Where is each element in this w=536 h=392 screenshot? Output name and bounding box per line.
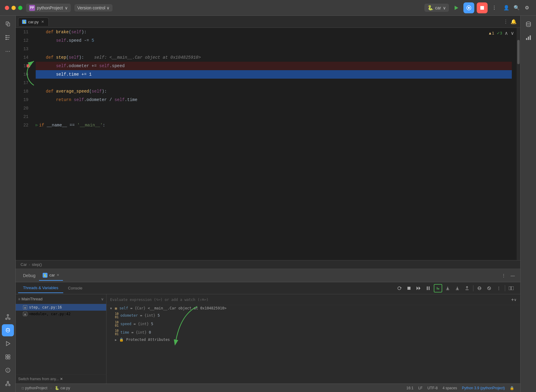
profiles-button[interactable]: 👤 [502, 4, 511, 12]
variable-row-odometer[interactable]: 1001 odometer = {int} 5 [106, 311, 520, 320]
main-layout: ··· [0, 16, 536, 392]
sidebar-structure-button[interactable] [2, 31, 14, 44]
tab-close-button[interactable]: ✕ [41, 20, 45, 24]
status-python-interpreter[interactable]: Python 3.9 (pythonProject) [459, 386, 507, 390]
status-py-icon: 🐍 [55, 386, 59, 390]
debug-tab-bar: Debug 🐍 car ✕ ⋮ — [16, 269, 520, 282]
svg-point-2 [468, 7, 470, 9]
debug-panel-minimize-button[interactable]: — [509, 272, 517, 279]
debug-stop-button[interactable] [405, 284, 413, 292]
sidebar-more-button[interactable]: ··· [2, 45, 14, 57]
code-line-21 [36, 113, 512, 121]
debug-upload-button[interactable] [463, 284, 471, 292]
debug-panel-controls: ⋮ — [500, 272, 517, 279]
evaluate-expression-placeholder: Evaluate expression (⌥↩) or add a watch … [110, 298, 511, 302]
debug-pause-button[interactable] [424, 284, 433, 292]
svg-marker-0 [455, 6, 458, 10]
file-tab-car-py[interactable]: 🐍 car.py ✕ [18, 18, 49, 26]
sidebar-run-button[interactable] [2, 338, 14, 350]
debug-download2-button[interactable] [453, 284, 462, 292]
debug-button[interactable] [463, 2, 474, 13]
sidebar-git-button[interactable] [2, 311, 14, 323]
maximize-window-button[interactable] [18, 6, 22, 10]
sidebar-problems-button[interactable] [2, 364, 14, 376]
breakpoint-indicator[interactable] [27, 64, 30, 68]
python-file-icon: 🐍 [22, 20, 26, 24]
protected-attributes-row[interactable]: ▶ 🔒 Protected Attributes [106, 337, 520, 343]
version-control-selector[interactable]: Version control ∨ [74, 4, 113, 11]
debug-layout-button[interactable] [507, 284, 515, 292]
status-encoding[interactable]: UTF-8 [425, 386, 440, 390]
more-menu-button[interactable]: ⋮ [490, 4, 498, 12]
sidebar-packages-button[interactable] [2, 351, 14, 363]
svg-rect-39 [427, 286, 428, 290]
variable-row-self[interactable]: ▼ ▤ self = {Car} <__main__.Car object at… [106, 305, 520, 311]
frame-item-module[interactable]: ▣ <module>, car.py:42 [16, 311, 106, 317]
code-line-12: self.speed -= 5 [36, 36, 512, 45]
sidebar-debug-button[interactable] [2, 324, 14, 336]
line-numbers: 11 12 13 14 15 16 17 18 19 20 21 22 [16, 28, 31, 260]
svg-rect-55 [528, 37, 529, 40]
svg-rect-5 [7, 23, 10, 26]
debug-resume-button[interactable] [414, 284, 423, 292]
debug-clear-button[interactable] [485, 284, 493, 292]
code-lines[interactable]: def brake(self): self.speed -= 5 def ste… [31, 28, 517, 260]
close-window-button[interactable] [5, 6, 9, 10]
odometer-icon: 1001 [115, 312, 119, 319]
right-sidebar-chart-button[interactable] [522, 31, 534, 44]
status-line-ending[interactable]: LF [416, 386, 425, 390]
version-chevron-icon: ∨ [106, 5, 109, 10]
debug-tab-label: car [49, 273, 55, 277]
debug-tab-close-button[interactable]: ✕ [57, 273, 59, 277]
code-container[interactable]: 11 12 13 14 15 16 17 18 19 20 21 22 [16, 28, 520, 260]
tab-filename: car.py [28, 20, 39, 24]
debug-download1-button[interactable] [443, 284, 452, 292]
run-config-selector[interactable]: 🐍 car ∨ [424, 4, 449, 12]
minimize-window-button[interactable] [11, 6, 16, 10]
watch-options-button[interactable]: ∨ [514, 298, 517, 302]
debug-main-area: ≡ MainThread ∨ ▣ step, car.py:16 ▣ <modu… [16, 294, 520, 384]
code-line-18: def average_speed(self): [36, 87, 512, 96]
code-line-16: self.time += 1 [36, 70, 512, 79]
tab-more-button[interactable]: ⋮ [502, 18, 509, 26]
search-button[interactable]: 🔍 [512, 4, 521, 12]
sidebar-vcs-button[interactable] [2, 377, 14, 390]
status-indent[interactable]: 4 spaces [440, 386, 459, 390]
watch-evaluate-bar[interactable]: Evaluate expression (⌥↩) or add a watch … [106, 294, 520, 305]
svg-point-13 [5, 318, 7, 320]
debug-rerun-button[interactable] [395, 284, 404, 292]
tab-console[interactable]: Console [63, 283, 87, 293]
project-badge: PP [29, 5, 35, 11]
variable-row-speed[interactable]: 1001 speed = {int} 5 [106, 320, 520, 328]
breadcrumb: Car › step() [16, 260, 520, 269]
frame-label-step: step, car.py:16 [29, 305, 62, 309]
sidebar-files-button[interactable] [2, 18, 14, 30]
run-button[interactable] [451, 3, 461, 13]
frame-icon-module: ▣ [23, 312, 27, 316]
code-line-22: ▷ if __name__ == '__main__': [36, 121, 512, 129]
debug-mute-button[interactable] [475, 284, 484, 292]
add-watch-button[interactable]: + [511, 297, 514, 302]
protected-lock-icon: 🔒 [119, 338, 124, 342]
switch-frames-close-button[interactable]: ✕ [60, 377, 63, 381]
settings-button[interactable]: ⚙ [523, 4, 531, 12]
debug-panel-more-button[interactable]: ⋮ [500, 272, 508, 279]
frame-item-step[interactable]: ▣ step, car.py:16 [16, 304, 106, 311]
stop-button[interactable] [477, 2, 488, 13]
variable-row-time[interactable]: 1001 time = {int} 0 [106, 328, 520, 337]
debug-tab-car[interactable]: 🐍 car ✕ [39, 270, 63, 281]
debug-panel: Debug 🐍 car ✕ ⋮ — Threads & Variables [16, 269, 520, 384]
scrollbar-thumb[interactable] [517, 40, 520, 64]
tab-threads-variables[interactable]: Threads & Variables [18, 283, 63, 293]
notifications-button[interactable]: 🔔 [509, 18, 518, 26]
debug-toolbar-more-button[interactable]: ⋮ [495, 284, 503, 292]
status-position[interactable]: 16:1 [404, 386, 416, 390]
svg-rect-50 [509, 286, 511, 290]
code-scrollbar[interactable] [517, 28, 520, 260]
svg-point-30 [8, 384, 10, 386]
project-selector[interactable]: PP pythonProject ∨ [26, 4, 71, 12]
svg-rect-36 [407, 287, 410, 290]
debug-step-over-button[interactable] [434, 284, 442, 292]
right-sidebar-db-button[interactable] [522, 18, 534, 30]
threads-dropdown-button[interactable]: ∨ [101, 297, 104, 301]
